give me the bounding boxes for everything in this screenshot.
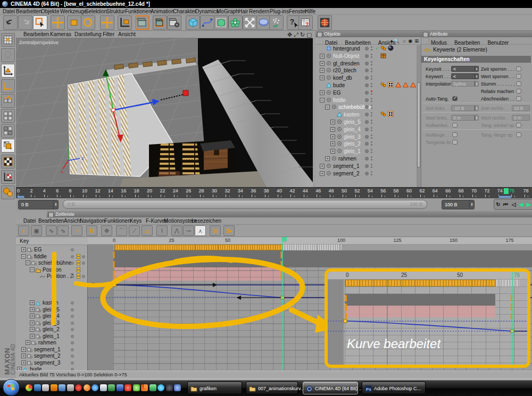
quicklaunch-play-icon[interactable]: [51, 384, 57, 391]
animation-mode-icon[interactable]: [1, 124, 15, 138]
checkbox[interactable]: [516, 132, 521, 137]
menu-plug-ins[interactable]: Plug-ins: [270, 8, 289, 15]
tag-checker-icon[interactable]: [388, 82, 394, 88]
quicklaunch-pin-icon[interactable]: [42, 384, 49, 391]
menu-struktur[interactable]: Struktur: [106, 8, 125, 15]
expander-icon[interactable]: +: [30, 334, 35, 339]
search-icon[interactable]: 🔍: [394, 37, 400, 45]
visibility-dot[interactable]: [365, 83, 369, 87]
eye-icon[interactable]: ◉: [408, 37, 412, 45]
expander-icon[interactable]: +: [26, 340, 30, 345]
expander-icon[interactable]: +: [330, 149, 335, 154]
editor-render-dots[interactable]: [371, 171, 372, 176]
expander-icon[interactable]: −: [21, 254, 26, 259]
prev-key-button[interactable]: ◁: [510, 200, 517, 209]
menu-datei[interactable]: Datei: [3, 8, 15, 15]
menu-werkzeuge[interactable]: Werkzeuge: [60, 8, 87, 15]
current-frame-field[interactable]: 0 B⬍: [18, 200, 59, 209]
tangent-zero-angle-icon[interactable]: ⋀: [171, 225, 182, 236]
editor-render-dots[interactable]: [371, 164, 372, 168]
object-row-gl_dresden[interactable]: +gl_dresden: [315, 60, 417, 67]
home-icon[interactable]: ⌂: [403, 37, 406, 45]
quicklaunch-browser-icon[interactable]: [166, 384, 173, 391]
delete-key-icon[interactable]: ⊠: [210, 225, 221, 236]
field-Wertlinks[interactable]: 0 m⬍: [451, 115, 479, 121]
track-keys[interactable]: [77, 267, 80, 273]
expander-icon[interactable]: +: [21, 247, 26, 252]
checkbox[interactable]: [452, 123, 458, 128]
track-dot[interactable]: [71, 308, 74, 311]
track-dot[interactable]: [71, 341, 74, 344]
object-row-kasten[interactable]: kasten: [315, 111, 417, 118]
play-button[interactable]: ▶: [525, 200, 532, 209]
track-dot[interactable]: [82, 275, 85, 278]
checkbox[interactable]: [516, 66, 521, 71]
expander-icon[interactable]: −: [320, 98, 325, 103]
start-button[interactable]: [3, 379, 20, 396]
panel-grip[interactable]: [317, 38, 323, 44]
expander-icon[interactable]: +: [30, 307, 35, 312]
object-row-gleis_2[interactable]: +gleis_2: [315, 140, 417, 147]
quicklaunch-firefox-icon[interactable]: [84, 384, 90, 391]
checkbox[interactable]: [452, 132, 458, 137]
grid-mode-icon[interactable]: [1, 33, 15, 47]
current-frame-marker[interactable]: [504, 188, 509, 194]
track-dot[interactable]: [71, 275, 74, 278]
object-row-segment_2[interactable]: +segment_2: [315, 170, 417, 177]
make-editable-icon[interactable]: [1, 64, 15, 78]
checkbox[interactable]: [516, 81, 521, 86]
timeline-menu-lesezeichen[interactable]: Lesezeichen: [192, 217, 221, 225]
track-dot[interactable]: [71, 255, 74, 258]
taskbar-button-ps[interactable]: PsAdobe Photoshop C...: [362, 382, 426, 394]
timeline-menu-funktionen[interactable]: Funktionen: [104, 217, 130, 225]
editor-render-dots[interactable]: [371, 46, 372, 51]
editor-render-dots[interactable]: [371, 134, 372, 139]
timeline-track-rahmen[interactable]: +rahmen: [16, 340, 88, 347]
quicklaunch-acrobat-icon[interactable]: [124, 384, 131, 391]
checkbox[interactable]: [516, 123, 521, 128]
track-dot[interactable]: [82, 262, 85, 265]
expander-icon[interactable]: −: [26, 260, 30, 265]
editor-render-dots[interactable]: [371, 149, 372, 154]
menu-hair[interactable]: Hair: [238, 8, 248, 15]
record-icon[interactable]: r: [18, 225, 29, 236]
track-dot[interactable]: [71, 348, 74, 351]
object-mode-icon[interactable]: [1, 109, 15, 123]
hypernurbs-icon[interactable]: [214, 15, 228, 30]
timeline-track-gleis_1[interactable]: +gleis_1: [16, 333, 88, 340]
track-keys[interactable]: [77, 260, 80, 266]
visibility-dot[interactable]: [365, 164, 369, 168]
editor-render-dots[interactable]: [371, 127, 372, 132]
quicklaunch-globe-icon[interactable]: [174, 384, 181, 391]
expander-icon[interactable]: +: [30, 327, 35, 332]
link-ruler-icon[interactable]: ⚌: [142, 225, 153, 236]
viewport-menu-ansicht[interactable]: Ansicht: [118, 31, 136, 38]
visibility-dot[interactable]: [365, 135, 369, 139]
content-browser-icon[interactable]: ?: [298, 15, 313, 30]
object-row-koef_db[interactable]: +koef_db: [315, 74, 417, 81]
expander-icon[interactable]: −: [325, 105, 330, 109]
taskbar-button-folder[interactable]: grafiken: [187, 382, 242, 394]
tag-checker-icon[interactable]: [388, 111, 394, 117]
end-frame-field[interactable]: 100 B⬍: [442, 200, 475, 209]
visibility-dot[interactable]: [365, 91, 369, 95]
track-dot[interactable]: [71, 315, 74, 318]
object-row-fiddle[interactable]: −fiddle: [315, 97, 417, 104]
menu-rendern[interactable]: Rendern: [249, 8, 269, 15]
editor-render-dots[interactable]: [371, 141, 372, 146]
render-view-icon[interactable]: [135, 15, 149, 30]
maximize-icon[interactable]: ▢: [306, 31, 312, 38]
viewport-menu-darstellung[interactable]: Darstellung: [74, 31, 102, 38]
go-start-button[interactable]: ⏮: [502, 200, 509, 209]
timeline-track-gleis_4[interactable]: +gleis_4: [16, 313, 88, 320]
timeline-track-gleis_3[interactable]: +gleis_3: [16, 320, 88, 327]
quicklaunch-mail-icon[interactable]: [59, 384, 65, 391]
menu-hilfe[interactable]: Hilfe: [305, 8, 315, 15]
editor-render-dots[interactable]: [371, 75, 372, 80]
objects-vscrollbar[interactable]: [417, 45, 421, 187]
track-dot[interactable]: [71, 248, 74, 251]
track-dot[interactable]: [71, 322, 74, 325]
expander-icon[interactable]: +: [330, 141, 335, 146]
quicklaunch-excel-icon[interactable]: [108, 384, 115, 391]
timeline-track-schiebebhne[interactable]: −schiebebühne: [16, 260, 88, 267]
